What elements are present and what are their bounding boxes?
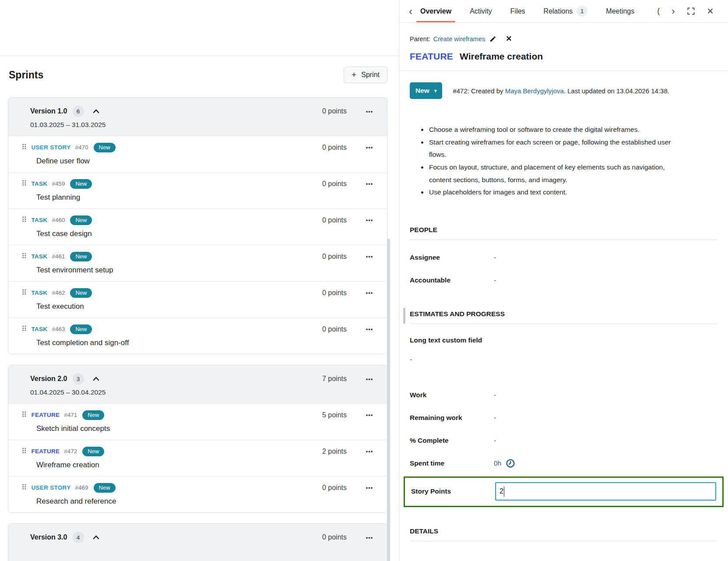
work-package-title-row: FEATUREWireframe creation xyxy=(410,51,717,62)
work-package-row[interactable]: ⠿ TASK #463 New 0 points ••• Test comple… xyxy=(8,318,387,354)
sprint-name: Version 2.0 xyxy=(30,375,67,383)
drag-handle-icon[interactable]: ⠿ xyxy=(21,217,27,223)
author-link[interactable]: Maya Berdygylyjova xyxy=(505,87,564,95)
tab-activity[interactable]: Activity xyxy=(469,0,493,22)
remove-parent-icon[interactable]: ✕ xyxy=(504,34,513,43)
work-package-title[interactable]: Test completion and sign-off xyxy=(36,339,377,347)
field-row: % Complete - xyxy=(410,435,717,446)
spent-time-link[interactable]: 0h xyxy=(494,459,501,467)
work-package-title[interactable]: Wireframe creation xyxy=(460,51,543,61)
detail-body: Parent: Create wireframes ✕ FEATUREWiref… xyxy=(399,34,728,541)
work-package-row[interactable]: ⠿ FEATURE #472 New 2 points ••• Wirefram… xyxy=(8,440,387,476)
drag-handle-icon[interactable]: ⠿ xyxy=(21,145,27,151)
spent-time-row: Spent time 0h xyxy=(410,458,717,469)
work-package-points: 0 points xyxy=(322,325,347,333)
estimates-heading: ESTIMATES AND PROGRESS xyxy=(410,310,717,324)
parent-link[interactable]: Create wireframes xyxy=(433,35,485,42)
long-text-field-label: Long text custom field xyxy=(410,336,717,344)
work-package-row[interactable]: ⠿ TASK #460 New 0 points ••• Test case d… xyxy=(8,208,387,245)
work-package-title[interactable]: Test environment setup xyxy=(36,266,377,275)
story-points-highlight-box: Story Points 2 xyxy=(404,476,724,507)
sprint-count-badge: 4 xyxy=(73,532,84,543)
tab-relations[interactable]: Relations 1 xyxy=(543,0,589,22)
long-text-field-value[interactable]: - xyxy=(410,356,717,363)
work-package-row[interactable]: ⠿ FEATURE #471 New 5 points ••• Sketch i… xyxy=(8,403,387,440)
drag-handle-icon[interactable]: ⠿ xyxy=(21,254,27,260)
work-package-type: TASK xyxy=(31,180,47,187)
sprint-header: Version 1.0 6 0 points ••• 01.03.2025 – … xyxy=(8,98,387,136)
work-package-type: FEATURE xyxy=(31,412,60,418)
kebab-menu-icon[interactable]: ••• xyxy=(362,288,377,298)
drag-handle-icon[interactable]: ⠿ xyxy=(21,412,27,418)
kebab-menu-icon[interactable]: ••• xyxy=(362,533,377,543)
add-sprint-button[interactable]: + Sprint xyxy=(344,67,387,83)
tab-overview[interactable]: Overview xyxy=(419,0,452,22)
previous-work-package-icon[interactable]: ( xyxy=(657,7,660,16)
field-value[interactable]: - xyxy=(494,391,496,399)
kebab-menu-icon[interactable]: ••• xyxy=(362,324,377,334)
kebab-menu-icon[interactable]: ••• xyxy=(362,374,377,384)
work-package-title[interactable]: Research and reference xyxy=(36,497,377,506)
field-row: Accountable - xyxy=(410,275,717,286)
work-package-row[interactable]: ⠿ USER STORY #470 New 0 points ••• Defin… xyxy=(8,136,387,172)
next-work-package-icon[interactable]: › xyxy=(672,7,675,15)
field-value[interactable]: - xyxy=(494,276,496,284)
work-package-title[interactable]: Wireframe creation xyxy=(36,461,377,469)
drag-handle-icon[interactable]: ⠿ xyxy=(21,181,27,187)
field-value[interactable]: - xyxy=(494,254,496,261)
drag-handle-icon[interactable]: ⠿ xyxy=(21,448,27,455)
kebab-menu-icon[interactable]: ••• xyxy=(362,179,377,189)
work-package-row[interactable]: ⠿ TASK #459 New 0 points ••• Test planni… xyxy=(8,172,387,208)
chevron-up-icon[interactable] xyxy=(91,534,101,540)
chevron-left-icon[interactable]: ‹ xyxy=(405,7,416,16)
app-window: Sprints + Sprint Version 1.0 6 0 points … xyxy=(0,0,728,561)
chevron-up-icon[interactable] xyxy=(91,376,101,382)
work-package-row[interactable]: ⠿ TASK #461 New 0 points ••• Test enviro… xyxy=(8,245,387,281)
field-label: Work xyxy=(410,391,494,399)
field-value[interactable]: - xyxy=(494,414,496,422)
fullscreen-icon[interactable] xyxy=(687,7,695,15)
bullet-item: Focus on layout, structure, and placemen… xyxy=(428,161,682,186)
scrollbar-thumb[interactable] xyxy=(387,239,390,561)
description-bullets: Choose a wireframing tool or software to… xyxy=(416,123,682,199)
story-points-input[interactable]: 2 xyxy=(495,482,716,501)
sprint-card: Version 1.0 6 0 points ••• 01.03.2025 – … xyxy=(8,97,387,354)
work-package-type: FEATURE xyxy=(31,448,60,455)
field-row: Assignee - xyxy=(410,252,717,263)
sprint-card: Version 3.0 4 0 points ••• xyxy=(8,523,387,561)
kebab-menu-icon[interactable]: ••• xyxy=(362,106,377,116)
kebab-menu-icon[interactable]: ••• xyxy=(362,483,377,493)
work-package-title[interactable]: Sketch initial concepts xyxy=(36,424,377,433)
field-value[interactable]: - xyxy=(494,437,496,445)
work-package-id: #471 xyxy=(64,412,77,418)
drag-handle-icon[interactable]: ⠿ xyxy=(21,326,27,332)
tab-files[interactable]: Files xyxy=(510,0,526,22)
field-label: Remaining work xyxy=(410,414,494,422)
tab-label: Overview xyxy=(420,7,451,15)
tab-meetings[interactable]: Meetings xyxy=(605,0,635,22)
status-pill: New xyxy=(70,179,92,189)
work-package-type[interactable]: FEATURE xyxy=(410,51,453,61)
chevron-up-icon[interactable] xyxy=(91,108,101,114)
drag-handle-icon[interactable]: ⠿ xyxy=(21,290,27,296)
kebab-menu-icon[interactable]: ••• xyxy=(362,215,377,225)
kebab-menu-icon[interactable]: ••• xyxy=(362,446,377,456)
edit-parent-pencil-icon[interactable] xyxy=(488,35,498,42)
work-package-title[interactable]: Test planning xyxy=(36,193,377,202)
kebab-menu-icon[interactable]: ••• xyxy=(362,410,377,420)
sprint-name: Version 3.0 xyxy=(30,533,67,541)
kebab-menu-icon[interactable]: ••• xyxy=(362,142,377,152)
work-package-title[interactable]: Test execution xyxy=(36,302,377,311)
work-package-panel: ‹ Overview Activity Files Relations 1 Me… xyxy=(399,0,728,561)
work-package-title[interactable]: Define user flow xyxy=(36,157,377,166)
clock-icon[interactable] xyxy=(506,459,515,468)
work-package-points: 0 points xyxy=(322,144,347,152)
work-package-title[interactable]: Test case design xyxy=(36,229,377,238)
close-icon[interactable]: ✕ xyxy=(707,6,714,16)
kebab-menu-icon[interactable]: ••• xyxy=(362,251,377,261)
work-package-row[interactable]: ⠿ USER STORY #469 New 0 points ••• Resea… xyxy=(8,476,387,512)
drag-handle-icon[interactable]: ⠿ xyxy=(21,485,27,491)
work-package-row[interactable]: ⠿ TASK #462 New 0 points ••• Test execut… xyxy=(8,281,387,318)
status-dropdown-button[interactable]: New ▾ xyxy=(410,82,442,99)
work-package-id: #470 xyxy=(75,144,88,151)
